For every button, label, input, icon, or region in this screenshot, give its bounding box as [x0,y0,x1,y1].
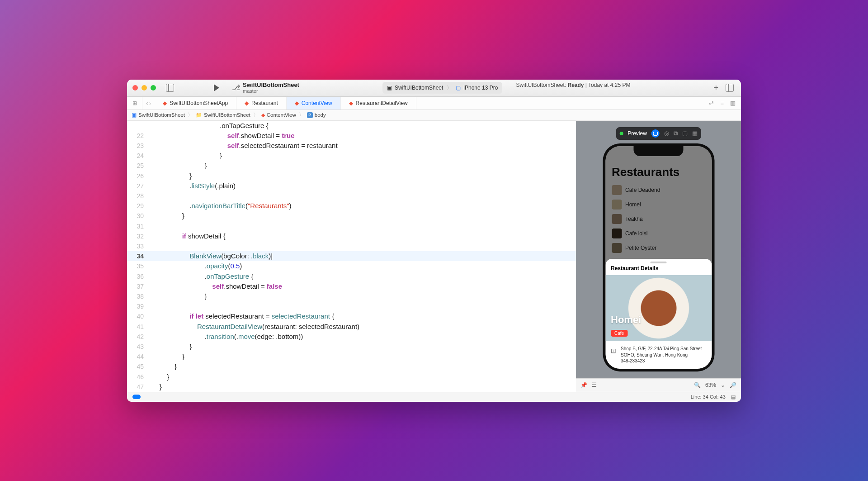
phone-number: 348-233423 [621,358,702,364]
category-badge: Cafe [611,330,627,337]
branch-name: master [243,88,299,94]
hero-image: Homei Cafe [605,275,712,341]
refresh-preview-button[interactable] [651,129,660,138]
close-button[interactable] [132,85,138,90]
source-editor[interactable]: .onTapGesture { 22 self.showDetail = tru… [127,121,576,392]
run-button[interactable] [214,84,219,91]
preview-list-icon[interactable]: ☰ [592,382,597,388]
window-controls [132,85,156,90]
device-icon: ▢ [456,85,461,91]
zoom-level[interactable]: 63% [705,382,716,388]
tab-restaurantdetailview[interactable]: ◆RestaurantDetailView [341,97,416,110]
zoom-button[interactable] [151,85,156,90]
sheet-handle[interactable] [651,262,667,263]
chevron-right-icon: 〉 [253,112,259,119]
titlebar: ⎇ SwiftUIBottomSheet master ▣ SwiftUIBot… [127,80,741,97]
swift-icon: ◆ [295,100,299,106]
zoom-in-icon[interactable]: 🔎 [730,382,736,388]
breadcrumb-symbol[interactable]: body [315,112,326,118]
adjust-editor-icon[interactable]: ≡ [720,100,724,106]
live-preview-indicator [619,132,623,135]
restaurant-title: Homei [611,314,641,326]
address-row: ⊡ Shop B, G/F, 22-24A Tai Ping San Stree… [605,341,712,369]
zoom-out-icon[interactable]: 🔍 [694,382,701,388]
sheet-header: Restaurant Details [605,265,712,275]
folder-icon: 📁 [196,112,202,118]
preview-on-device-icon[interactable]: ▢ [682,130,688,137]
zoom-dropdown-icon[interactable]: ⌄ [721,382,725,388]
app-icon: ▣ [132,112,137,118]
preview-canvas: Preview ◎ ⧉ ▢ ▦ Restaurants Cafe Deadend… [576,121,741,392]
chevron-right-icon: 〉 [299,112,304,119]
xcode-window: ⎇ SwiftUIBottomSheet master ▣ SwiftUIBot… [127,80,741,402]
tab-restaurant[interactable]: ◆Restaurant [236,97,287,110]
swift-icon: ◆ [245,100,249,106]
project-name: SwiftUIBottomSheet [243,82,299,88]
branch-icon: ⎇ [232,83,240,92]
bottom-sheet[interactable]: Restaurant Details Homei Cafe ⊡ Shop B, … [605,259,712,369]
scheme-label: SwiftUIBottomSheet [395,85,443,91]
device-notch [634,146,684,156]
scheme-branch-box[interactable]: ⎇ SwiftUIBottomSheet master [232,82,299,94]
swift-icon: ◆ [261,112,265,118]
main-area: .onTapGesture { 22 self.showDetail = tru… [127,121,741,392]
related-items-icon[interactable]: ⊞ [127,97,142,110]
jump-bar[interactable]: ▣ SwiftUIBottomSheet 〉 📁 SwiftUIBottomSh… [127,110,741,121]
address-line2: SOHO, Sheung Wan, Hong Kong [621,352,702,358]
app-icon: ▣ [387,85,392,91]
map-icon: ⊡ [611,347,616,364]
preview-variants-icon[interactable]: ▦ [692,130,698,137]
canvas-icon[interactable]: ▥ [730,100,736,106]
status-bar: Line: 34 Col: 43 ▤ [127,392,741,402]
breadcrumb-file[interactable]: ContentView [267,112,296,118]
debug-indicator[interactable] [132,395,141,399]
minimize-button[interactable] [142,85,147,90]
refresh-icon[interactable]: ⇄ [709,100,714,106]
preview-label: Preview [627,130,647,137]
tab-bar: ⊞ ‹ › ◆SwiftUIBottomSheetApp ◆Restaurant… [127,97,741,110]
property-icon: P [307,112,313,118]
activity-status: SwiftUIBottomSheet: Ready | Today at 4:2… [516,82,630,94]
nav-back-button[interactable]: ‹ [146,100,148,107]
breadcrumb-folder[interactable]: SwiftUIBottomSheet [204,112,250,118]
tab-contentview[interactable]: ◆ContentView [287,97,341,110]
swift-icon: ◆ [163,100,167,106]
cursor-position: Line: 34 Col: 43 [691,394,726,400]
nav-forward-button[interactable]: › [149,100,151,107]
pin-preview-icon[interactable]: 📌 [580,382,587,388]
scheme-selector[interactable]: ▣ SwiftUIBottomSheet 〉 ▢ iPhone 13 Pro [382,82,502,94]
device-label: iPhone 13 Pro [463,85,498,91]
tab-swiftuibottomsheetapp[interactable]: ◆SwiftUIBottomSheetApp [155,97,236,110]
minimap-icon[interactable]: ▤ [731,394,736,400]
breadcrumb-project[interactable]: SwiftUIBottomSheet [138,112,185,118]
preview-toolbar: Preview ◎ ⧉ ▢ ▦ [616,127,701,140]
device-frame: Restaurants Cafe Deadend Homei Teakha Ca… [603,143,714,371]
toggle-inspector-icon[interactable] [726,84,734,92]
device-screen[interactable]: Restaurants Cafe Deadend Homei Teakha Ca… [605,146,712,369]
address-line1: Shop B, G/F, 22-24A Tai Ping San Street [621,346,702,352]
add-button[interactable]: + [713,83,718,93]
toggle-navigator-icon[interactable] [166,84,174,92]
duplicate-preview-icon[interactable]: ⧉ [674,130,678,137]
chevron-right-icon: 〉 [447,84,452,92]
preview-footer: 📌 ☰ 🔍 63% ⌄ 🔎 [576,378,741,392]
preview-settings-icon[interactable]: ◎ [664,130,669,137]
swift-icon: ◆ [349,100,353,106]
chevron-right-icon: 〉 [188,112,193,119]
